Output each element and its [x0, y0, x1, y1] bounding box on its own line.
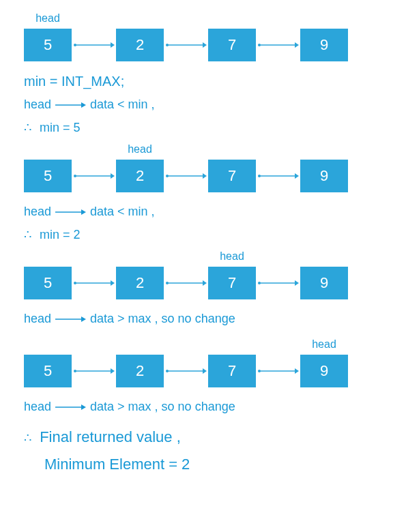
- head-label-row-3: head: [24, 250, 382, 263]
- head-label: head: [300, 338, 348, 351]
- arrow-icon: [72, 267, 116, 299]
- comparison-line-3: head data > max , so no change: [24, 312, 382, 326]
- list-node: 9: [300, 355, 348, 387]
- comparison-text: data > max , so no change: [90, 400, 235, 414]
- result-text: min = 5: [40, 121, 81, 135]
- list-node: 2: [116, 160, 164, 192]
- list-node: 5: [24, 355, 72, 387]
- head-label: head: [208, 250, 256, 263]
- final-text-1: Final returned value ,: [40, 428, 181, 445]
- therefore-symbol: ∴: [24, 227, 31, 242]
- head-text: head: [24, 312, 51, 326]
- arrow-icon: [55, 404, 86, 411]
- final-line-2: Minimum Element = 2: [24, 451, 382, 478]
- list-node: 9: [300, 267, 348, 299]
- arrow-icon: [55, 316, 86, 323]
- arrow-icon: [55, 102, 86, 108]
- head-label: head: [116, 143, 164, 156]
- comparison-text: data > max , so no change: [90, 312, 235, 326]
- list-node: 7: [208, 29, 256, 61]
- therefore-symbol: ∴: [24, 431, 31, 445]
- arrow-icon: [164, 267, 208, 299]
- final-result: ∴ Final returned value , Minimum Element…: [24, 424, 382, 477]
- step-4: head 5 2 7 9 head data > max , so no cha…: [24, 338, 382, 414]
- linked-list-4: 5 2 7 9: [24, 355, 382, 387]
- arrow-icon: [72, 160, 116, 192]
- list-node: 5: [24, 160, 72, 192]
- list-node: 7: [208, 355, 256, 387]
- arrow-icon: [164, 355, 208, 387]
- step-3: head 5 2 7 9 head data > max , so no cha…: [24, 250, 382, 326]
- init-statement: min = INT_MAX;: [24, 74, 382, 89]
- list-node: 5: [24, 29, 72, 61]
- step-1: head 5 2 7 9 min = INT_MAX; head data < …: [24, 12, 382, 135]
- arrow-icon: [72, 355, 116, 387]
- head-text: head: [24, 98, 51, 112]
- head-label: head: [24, 12, 72, 25]
- list-node: 2: [116, 267, 164, 299]
- comparison-line-1: head data < min ,: [24, 98, 382, 112]
- result-line-1: ∴ min = 5: [24, 120, 382, 135]
- comparison-line-4: head data > max , so no change: [24, 400, 382, 414]
- list-node: 2: [116, 355, 164, 387]
- linked-list-1: 5 2 7 9: [24, 29, 382, 61]
- result-line-2: ∴ min = 2: [24, 227, 382, 242]
- head-text: head: [24, 400, 51, 414]
- head-label-row-2: head: [24, 143, 382, 156]
- arrow-icon: [164, 29, 208, 61]
- linked-list-3: 5 2 7 9: [24, 267, 382, 299]
- therefore-symbol: ∴: [24, 120, 31, 135]
- list-node: 9: [300, 160, 348, 192]
- arrow-icon: [256, 160, 300, 192]
- final-line-1: ∴ Final returned value ,: [24, 424, 382, 451]
- head-label-row-4: head: [24, 338, 382, 351]
- list-node: 2: [116, 29, 164, 61]
- head-label-row-1: head: [24, 12, 382, 25]
- comparison-line-2: head data < min ,: [24, 205, 382, 219]
- arrow-icon: [256, 29, 300, 61]
- list-node: 9: [300, 29, 348, 61]
- arrow-icon: [164, 160, 208, 192]
- comparison-text: data < min ,: [90, 205, 155, 219]
- arrow-icon: [72, 29, 116, 61]
- linked-list-2: 5 2 7 9: [24, 160, 382, 192]
- list-node: 7: [208, 160, 256, 192]
- comparison-text: data < min ,: [90, 98, 155, 112]
- arrow-icon: [55, 209, 86, 216]
- list-node: 5: [24, 267, 72, 299]
- list-node: 7: [208, 267, 256, 299]
- result-text: min = 2: [40, 228, 81, 242]
- head-text: head: [24, 205, 51, 219]
- arrow-icon: [256, 267, 300, 299]
- arrow-icon: [256, 355, 300, 387]
- step-2: head 5 2 7 9 head data < min , ∴ min = 2: [24, 143, 382, 242]
